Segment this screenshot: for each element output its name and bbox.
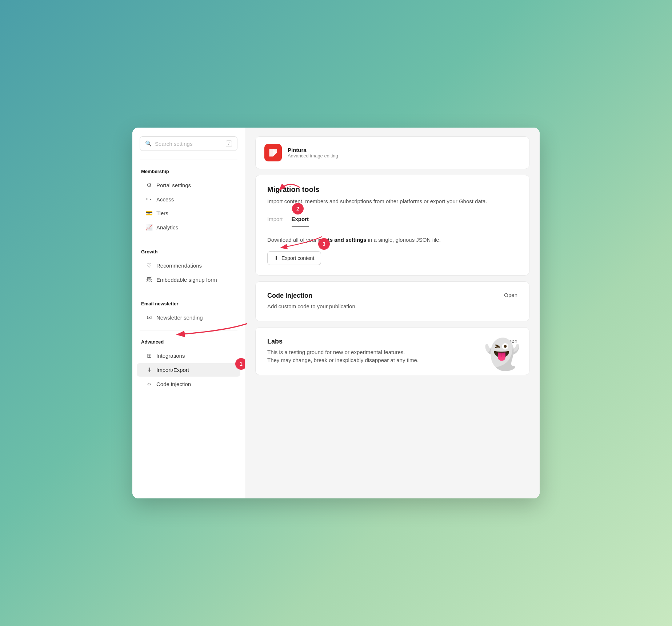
integrations-icon: ⊞ [145,352,153,359]
search-kbd: / [226,140,232,147]
access-icon: 🗝 [145,196,153,202]
newsletter-sending-icon: ✉ [145,314,153,321]
sidebar-item-analytics[interactable]: 📈 Analytics [137,221,240,234]
tiers-label: Tiers [156,210,168,216]
export-icon: ⬇ [274,255,279,261]
labs-header: Labs This is a testing ground for new or… [267,338,517,365]
ghost-watermark: 👻 [484,340,520,369]
code-injection-title: Code injection [267,292,357,300]
section-label-membership: Membership [132,166,245,177]
sidebar-item-embeddable-signup[interactable]: 🖼 Embeddable signup form [137,273,240,286]
sidebar-item-access[interactable]: 🗝 Access [137,193,240,206]
section-label-email: Email newsletter [132,298,245,309]
sidebar-item-portal-settings[interactable]: ⚙ Portal settings [137,178,240,192]
code-injection-icon: ‹› [145,381,153,387]
embeddable-signup-icon: 🖼 [145,276,153,283]
labs-card: Labs This is a testing ground for new or… [255,327,529,375]
search-placeholder: Search settings [155,141,226,147]
pintura-card: Pintura Advanced image editing [255,136,529,169]
main-content: Pintura Advanced image editing Migration… [245,128,540,498]
pintura-name: Pintura [288,147,338,153]
labs-desc-line2: They may change, break or inexplicably d… [267,357,419,363]
sidebar-item-integrations[interactable]: ⊞ Integrations [137,349,240,362]
pintura-logo-svg [268,148,278,158]
sidebar-divider-1 [140,240,237,240]
section-label-growth: Growth [132,246,245,257]
portal-settings-label: Portal settings [156,182,191,188]
code-injection-open[interactable]: Open [504,292,517,298]
code-injection-header: Code injection Add custom code to your p… [267,292,517,311]
code-injection-label: Code injection [156,381,191,387]
recommendations-label: Recommendations [156,262,202,269]
sidebar-divider-2 [140,292,237,292]
sidebar-item-recommendations[interactable]: ♡ Recommendations [137,259,240,272]
access-label: Access [156,196,174,202]
migration-card: Migration tools Import content, members … [255,175,529,276]
import-export-icon: ⬇ [145,366,153,373]
sidebar-divider-top [140,160,237,160]
arrow-2 [267,191,340,220]
recommendations-icon: ♡ [145,262,153,269]
analytics-icon: 📈 [145,224,153,231]
newsletter-sending-label: Newsletter sending [156,314,203,321]
annotation-badge-1: 1 [235,358,245,370]
pintura-info: Pintura Advanced image editing [288,147,338,158]
sidebar-item-import-export[interactable]: ⬇ Import/Export 1 [137,363,240,377]
sidebar-item-code-injection[interactable]: ‹› Code injection [137,377,240,390]
labs-desc-line1: This is a testing ground for new or expe… [267,349,405,355]
integrations-label: Integrations [156,353,185,359]
portal-settings-icon: ⚙ [145,182,153,189]
sidebar-divider-3 [140,330,237,330]
search-icon: 🔍 [145,140,152,147]
code-injection-title-block: Code injection Add custom code to your p… [267,292,357,311]
pintura-description: Advanced image editing [288,153,338,158]
labs-title: Labs [267,338,419,345]
annotation-badge-2: 2 [292,203,304,214]
import-export-label: Import/Export [156,367,189,373]
search-box[interactable]: 🔍 Search settings / [140,136,237,151]
sidebar-item-tiers[interactable]: 💳 Tiers [137,206,240,220]
labs-title-block: Labs This is a testing ground for new or… [267,338,419,365]
analytics-label: Analytics [156,224,178,230]
pintura-logo [264,144,282,161]
tiers-icon: 💳 [145,210,153,217]
annotation-badge-3: 3 [318,238,330,250]
sidebar: 🔍 Search settings / Membership ⚙ Portal … [132,128,245,498]
code-injection-description: Add custom code to your publication. [267,302,357,311]
section-label-advanced: Advanced [132,336,245,348]
sidebar-item-newsletter-sending[interactable]: ✉ Newsletter sending [137,311,240,324]
code-injection-card: Code injection Add custom code to your p… [255,281,529,321]
migration-tabs: Import Export 2 [267,213,517,227]
labs-description: This is a testing ground for new or expe… [267,348,419,365]
embeddable-signup-label: Embeddable signup form [156,277,217,283]
